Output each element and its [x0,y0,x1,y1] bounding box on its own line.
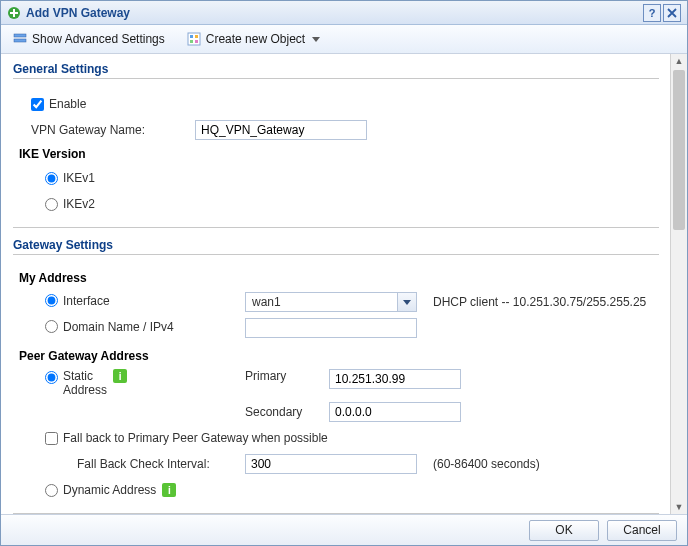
close-button[interactable] [663,4,681,22]
svg-rect-3 [188,33,200,45]
static-address-radio[interactable]: StaticAddress [45,369,107,397]
show-advanced-label: Show Advanced Settings [32,32,165,46]
title-bar: Add VPN Gateway ? [1,1,687,25]
interface-radio-input[interactable] [45,294,58,307]
section-gateway: Gateway Settings My Address Interface wa… [13,238,659,514]
ikev2-label: IKEv2 [63,197,95,211]
window-title: Add VPN Gateway [26,6,641,20]
svg-rect-2 [14,39,26,42]
dynamic-address-label: Dynamic Address [63,483,156,497]
form-scroll-area: General Settings Enable VPN Gateway Name… [1,54,671,514]
toolbar: Show Advanced Settings Create new Object [1,25,687,54]
create-object-button[interactable]: Create new Object [181,29,326,49]
fallback-checkbox-input[interactable] [45,432,58,445]
peer-gateway-title: Peer Gateway Address [19,349,659,363]
add-icon [7,6,21,20]
chevron-down-icon [403,300,411,305]
interface-label: Interface [63,294,110,308]
button-bar: OK Cancel [1,514,687,545]
fb-interval-label: Fall Back Check Interval: [77,457,245,471]
ok-button[interactable]: OK [529,520,599,541]
scroll-track[interactable] [671,68,687,500]
svg-rect-6 [190,40,193,43]
dynamic-address-radio[interactable]: Dynamic Address [45,483,156,497]
ikev2-radio-input[interactable] [45,198,58,211]
enable-checkbox-input[interactable] [31,98,44,111]
secondary-address-input[interactable] [329,402,461,422]
scroll-up-arrow[interactable]: ▲ [672,54,686,68]
chevron-down-icon [312,37,320,42]
cancel-button[interactable]: Cancel [607,520,677,541]
ikev1-label: IKEv1 [63,171,95,185]
interface-select[interactable]: wan1 [245,292,417,312]
svg-rect-7 [195,40,198,43]
domain-input[interactable] [245,318,417,338]
vpn-name-input[interactable] [195,120,367,140]
section-title-general: General Settings [13,62,659,79]
interface-select-trigger[interactable] [397,293,416,311]
interface-status-text: DHCP client -- 10.251.30.75/255.255.25 [433,295,646,309]
svg-rect-4 [190,35,193,38]
dynamic-address-radio-input[interactable] [45,484,58,497]
vpn-gateway-dialog: Add VPN Gateway ? Show Advanced Settings… [0,0,688,546]
domain-radio[interactable]: Domain Name / IPv4 [45,320,174,334]
create-object-label: Create new Object [206,32,305,46]
show-advanced-button[interactable]: Show Advanced Settings [7,29,171,49]
domain-radio-input[interactable] [45,320,58,333]
static-address-radio-input[interactable] [45,371,58,384]
ikev1-radio-input[interactable] [45,172,58,185]
primary-address-input[interactable] [329,369,461,389]
primary-label: Primary [245,369,329,383]
info-icon[interactable]: i [162,483,176,497]
help-button[interactable]: ? [643,4,661,22]
ikev1-radio[interactable]: IKEv1 [45,171,95,185]
ike-version-title: IKE Version [19,147,659,161]
my-address-title: My Address [19,271,659,285]
svg-rect-1 [14,34,26,37]
scroll-down-arrow[interactable]: ▼ [672,500,686,514]
vertical-scrollbar[interactable]: ▲ ▼ [670,54,687,514]
fb-interval-input[interactable] [245,454,417,474]
secondary-label: Secondary [245,405,329,419]
fallback-checkbox[interactable]: Fall back to Primary Peer Gateway when p… [45,431,328,445]
new-object-icon [187,32,201,46]
interface-select-value: wan1 [246,295,397,309]
section-title-gateway: Gateway Settings [13,238,659,255]
info-icon[interactable]: i [113,369,127,383]
dialog-body: General Settings Enable VPN Gateway Name… [1,54,687,514]
enable-checkbox[interactable]: Enable [31,97,86,111]
fallback-label: Fall back to Primary Peer Gateway when p… [63,431,328,445]
ikev2-radio[interactable]: IKEv2 [45,197,95,211]
svg-rect-5 [195,35,198,38]
settings-icon [13,32,27,46]
scroll-thumb[interactable] [673,70,685,230]
vpn-name-label: VPN Gateway Name: [31,123,195,137]
section-general: General Settings Enable VPN Gateway Name… [13,62,659,228]
interface-radio[interactable]: Interface [45,294,110,308]
fb-interval-hint: (60-86400 seconds) [433,457,540,471]
enable-label: Enable [49,97,86,111]
domain-label: Domain Name / IPv4 [63,320,174,334]
